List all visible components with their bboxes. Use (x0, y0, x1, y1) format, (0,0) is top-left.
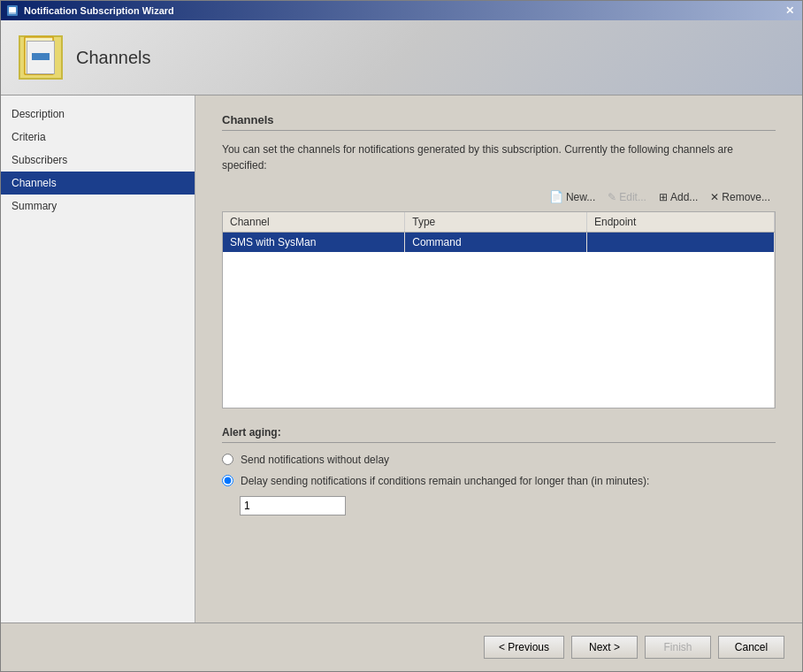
section-divider (222, 130, 776, 131)
new-button[interactable]: 📄 New... (544, 187, 600, 206)
sidebar-item-subscribers[interactable]: Subscribers (1, 149, 195, 172)
radio-delay-label: Delay sending notifications if condition… (241, 475, 649, 487)
finish-button[interactable]: Finish (645, 636, 711, 659)
header-icon (19, 35, 63, 80)
channels-table: Channel Type Endpoint SMS with SysMan Co… (223, 212, 775, 408)
table-header-row: Channel Type Endpoint (223, 212, 775, 233)
svg-rect-4 (25, 37, 53, 74)
cell-type: Command (405, 233, 587, 252)
edit-label: Edit... (619, 191, 646, 203)
title-bar-left: Notification Subscription Wizard (6, 4, 174, 17)
alert-aging-title: Alert aging: (222, 426, 776, 439)
table-row-empty-4 (223, 310, 775, 330)
radio-no-delay-label: Send notifications without delay (241, 454, 389, 466)
title-bar: Notification Subscription Wizard ✕ (1, 1, 802, 20)
sidebar-item-label: Subscribers (11, 154, 67, 166)
delay-input-container (240, 496, 776, 515)
header-title: Channels (76, 48, 151, 68)
sidebar-item-summary[interactable]: Summary (1, 195, 195, 218)
new-icon: 📄 (549, 190, 563, 203)
description-text: You can set the channels for notificatio… (222, 141, 776, 173)
add-label: Add... (670, 191, 698, 203)
toolbar: 📄 New... ✎ Edit... ⊞ Add... ✕ Remove... (222, 187, 776, 206)
sidebar-item-label: Summary (11, 200, 57, 212)
window-icon (6, 4, 19, 17)
sidebar-item-label: Criteria (11, 131, 46, 143)
sidebar-item-label: Description (11, 108, 65, 120)
wizard-icon (21, 35, 60, 80)
sidebar-item-channels[interactable]: Channels (1, 172, 195, 195)
svg-rect-3 (25, 37, 53, 74)
svg-rect-6 (28, 44, 48, 46)
delay-minutes-input[interactable] (240, 496, 346, 515)
channels-table-container: Channel Type Endpoint SMS with SysMan Co… (222, 211, 776, 409)
cancel-button[interactable]: Cancel (718, 636, 784, 659)
edit-icon: ✎ (608, 191, 616, 203)
table-row-empty-7 (223, 369, 775, 388)
remove-icon: ✕ (710, 191, 719, 203)
header-area: Channels (1, 20, 802, 95)
sidebar-item-description[interactable]: Description (1, 103, 195, 126)
table-row-empty-6 (223, 349, 775, 369)
radio-no-delay-input[interactable] (222, 454, 233, 465)
svg-rect-5 (28, 53, 48, 62)
alert-aging-section: Alert aging: Send notifications without … (222, 426, 776, 515)
section-title: Channels (222, 113, 776, 126)
sidebar-item-label: Channels (11, 177, 57, 189)
table-row-empty-3 (223, 291, 775, 310)
table-header: Channel Type Endpoint (223, 212, 775, 233)
table-body: SMS with SysMan Command (223, 233, 775, 408)
add-button[interactable]: ⊞ Add... (654, 188, 703, 206)
radio-delay-input[interactable] (222, 475, 233, 486)
remove-button[interactable]: ✕ Remove... (705, 188, 776, 206)
add-icon: ⊞ (659, 191, 668, 203)
footer: < Previous Next > Finish Cancel (1, 622, 802, 671)
main-body: Description Criteria Subscribers Channel… (1, 95, 802, 622)
cell-channel: SMS with SysMan (223, 233, 405, 252)
remove-label: Remove... (722, 191, 770, 203)
radio-delay: Delay sending notifications if condition… (222, 475, 776, 487)
content-area: Channels You can set the channels for no… (195, 95, 802, 622)
sidebar: Description Criteria Subscribers Channel… (1, 95, 195, 622)
table-row-empty-2 (223, 271, 775, 291)
cell-endpoint (587, 233, 775, 252)
new-label: New... (566, 191, 595, 203)
table-row-empty-8 (223, 388, 775, 408)
svg-rect-1 (9, 7, 16, 12)
col-type: Type (405, 212, 587, 233)
col-channel: Channel (223, 212, 405, 233)
table-row[interactable]: SMS with SysMan Command (223, 233, 775, 252)
window-title: Notification Subscription Wizard (24, 5, 174, 16)
close-button[interactable]: ✕ (783, 4, 797, 18)
next-button[interactable]: Next > (571, 636, 638, 659)
radio-no-delay: Send notifications without delay (222, 454, 776, 466)
main-window: Notification Subscription Wizard ✕ Chann… (0, 0, 803, 672)
sidebar-item-criteria[interactable]: Criteria (1, 126, 195, 149)
col-endpoint: Endpoint (587, 212, 775, 233)
previous-button[interactable]: < Previous (484, 636, 564, 659)
table-row-empty-5 (223, 330, 775, 349)
edit-button[interactable]: ✎ Edit... (602, 188, 652, 206)
alert-aging-divider (222, 442, 776, 443)
table-row-empty-1 (223, 252, 775, 271)
svg-rect-7 (28, 48, 42, 50)
